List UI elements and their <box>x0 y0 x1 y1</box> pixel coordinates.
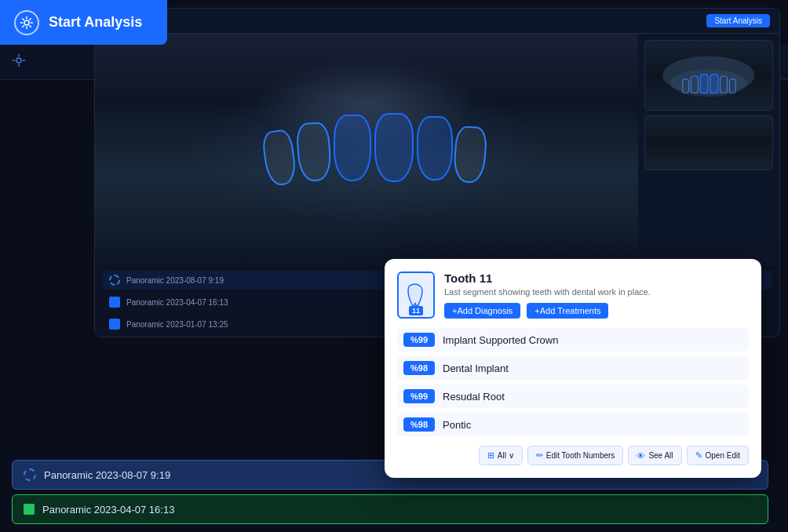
inner-start-analysis-button[interactable]: Start Analysis <box>706 14 770 27</box>
thumbnail-secondary-image <box>645 116 772 169</box>
list-dot-spin <box>109 275 120 286</box>
inner-top-bar: List Analysis (3) Start Analysis <box>95 9 779 34</box>
edit-icon: ✏ <box>536 450 543 461</box>
edit-tooth-numbers-button[interactable]: ✏ Edit Tooth Numbers <box>527 446 624 465</box>
diag-label-1: Implant Supported Crown <box>443 334 558 346</box>
right-panel <box>638 34 779 266</box>
popup-header: 11 Tooth 11 Last segment showing teeth w… <box>397 271 749 319</box>
list-dot-solid <box>109 297 120 308</box>
open-edit-label: Open Edit <box>706 451 740 460</box>
xray-area <box>95 34 638 266</box>
diag-label-2: Dental Implant <box>443 363 509 374</box>
popup-actions: +Add Diagnosis +Add Treatments <box>444 303 651 319</box>
list-item-label: Panoramic 2023-01-07 13:25 <box>126 320 228 329</box>
app-icon <box>14 10 39 35</box>
list-item-label: Panoramic 2023-04-07 16:13 <box>126 298 228 307</box>
diag-badge-4: %98 <box>403 417 435 432</box>
diagnosis-item: %99 Implant Supported Crown <box>397 328 749 352</box>
bottom-scan-label-2: Panoramic 2023-04-07 16:13 <box>42 504 174 516</box>
add-diagnosis-button[interactable]: +Add Diagnosis <box>444 303 520 319</box>
diagnosis-item: %98 Pontic <box>397 413 749 436</box>
green-rect-icon <box>24 504 35 515</box>
diagnosis-item: %98 Dental Implant <box>397 356 749 380</box>
eye-icon: 👁 <box>637 451 645 461</box>
diag-badge-1: %99 <box>403 333 435 347</box>
thumbnail-main <box>644 40 773 111</box>
tooth-icon: 11 <box>397 271 435 319</box>
grid-icon: ⊞ <box>487 450 494 461</box>
list-item-label: Panoramic 2023-08-07 9:19 <box>126 276 224 285</box>
xray-image <box>95 34 638 266</box>
diagnosis-list: %99 Implant Supported Crown %98 Dental I… <box>397 328 749 436</box>
see-all-label: See All <box>648 451 673 460</box>
popup-title: Tooth 11 <box>444 271 651 285</box>
svg-point-1 <box>16 58 21 63</box>
popup-card: 11 Tooth 11 Last segment showing teeth w… <box>385 259 761 478</box>
diagnosis-item: %99 Resudal Root <box>397 384 749 408</box>
svg-rect-6 <box>700 75 708 93</box>
tooth-number: 11 <box>409 306 423 315</box>
all-label: All ∨ <box>498 451 514 460</box>
thumbnail-image <box>645 41 772 110</box>
popup-title-area: Tooth 11 Last segment showing teeth with… <box>444 271 651 319</box>
teeth-overlay <box>241 83 492 240</box>
popup-footer: ⊞ All ∨ ✏ Edit Tooth Numbers 👁 See All ✎… <box>397 446 749 465</box>
top-bar[interactable]: Start Analysis <box>0 0 167 45</box>
list-dot-solid <box>109 319 120 330</box>
bottom-scan-item-2[interactable]: Panoramic 2023-04-07 16:13 <box>12 494 768 524</box>
edit-tooth-numbers-label: Edit Tooth Numbers <box>546 451 615 460</box>
diag-label-3: Resudal Root <box>443 391 505 403</box>
svg-point-0 <box>24 20 29 25</box>
secondary-icon <box>12 53 26 71</box>
thumbnail-secondary <box>644 115 773 170</box>
spin-icon <box>24 468 36 481</box>
open-edit-icon: ✎ <box>695 450 702 461</box>
all-button[interactable]: ⊞ All ∨ <box>479 446 523 465</box>
bottom-scan-label-1: Panoramic 2023-08-07 9:19 <box>44 469 170 481</box>
see-all-button[interactable]: 👁 See All <box>628 446 681 465</box>
diag-badge-3: %99 <box>403 389 435 403</box>
diag-badge-2: %98 <box>403 361 435 375</box>
popup-description: Last segment showing teeth with dental w… <box>444 287 651 297</box>
diag-label-4: Pontic <box>443 419 471 431</box>
app-title: Start Analysis <box>49 14 142 31</box>
open-edit-button[interactable]: ✎ Open Edit <box>687 446 749 465</box>
svg-rect-7 <box>710 75 718 93</box>
add-treatments-button[interactable]: +Add Treatments <box>527 303 608 319</box>
